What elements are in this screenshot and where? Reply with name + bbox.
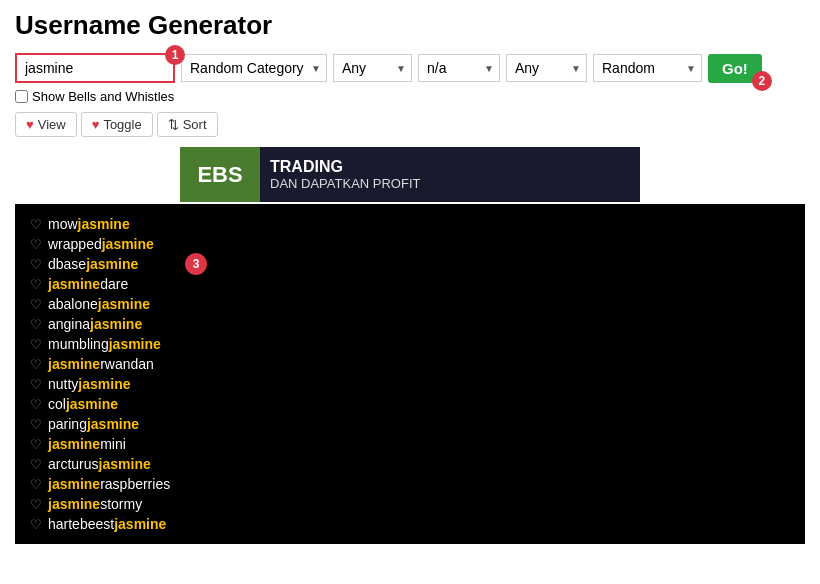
favorite-heart-icon[interactable]: ♡ xyxy=(30,277,42,292)
username-prefix: abalone xyxy=(48,296,98,312)
favorite-heart-icon[interactable]: ♡ xyxy=(30,497,42,512)
username-prefix: arcturus xyxy=(48,456,99,472)
username-prefix: hartebeest xyxy=(48,516,114,532)
username-highlight: jasmine xyxy=(78,216,130,232)
favorite-heart-icon[interactable]: ♡ xyxy=(30,217,42,232)
username-highlight: jasmine xyxy=(48,496,100,512)
favorite-heart-icon[interactable]: ♡ xyxy=(30,337,42,352)
username-label[interactable]: anginajasmine xyxy=(48,316,142,332)
username-prefix: col xyxy=(48,396,66,412)
username-label[interactable]: wrappedjasmine xyxy=(48,236,154,252)
favorite-heart-icon[interactable]: ♡ xyxy=(30,437,42,452)
heart-icon: ♥ xyxy=(26,117,34,132)
username-label[interactable]: dbasejasmine xyxy=(48,256,138,272)
result-item: ♡mowjasmine xyxy=(30,214,790,234)
view-button[interactable]: ♥ View xyxy=(15,112,77,137)
search-input[interactable] xyxy=(15,53,175,83)
sort-button[interactable]: ⇅ Sort xyxy=(157,112,218,137)
badge-2: 2 xyxy=(752,71,772,91)
username-highlight: jasmine xyxy=(98,296,150,312)
favorite-heart-icon[interactable]: ♡ xyxy=(30,417,42,432)
result-item: ♡jasminerwandan xyxy=(30,354,790,374)
username-highlight: jasmine xyxy=(48,436,100,452)
favorite-heart-icon[interactable]: ♡ xyxy=(30,397,42,412)
filter1-select-wrapper: Any Male Female ▼ xyxy=(333,54,412,82)
category-select[interactable]: Random Category Animals Food Tech Sports xyxy=(181,54,327,82)
username-highlight: jasmine xyxy=(109,336,161,352)
show-bells-checkbox[interactable] xyxy=(15,90,28,103)
filter3-select-wrapper: Any Popular Rare ▼ xyxy=(506,54,587,82)
username-label[interactable]: mumblingjasmine xyxy=(48,336,161,352)
username-prefix: mumbling xyxy=(48,336,109,352)
go-btn-wrapper: Go! 2 xyxy=(708,54,762,83)
favorite-heart-icon[interactable]: ♡ xyxy=(30,317,42,332)
filter4-select[interactable]: Random Alphabetical Length xyxy=(593,54,702,82)
username-suffix: dare xyxy=(100,276,128,292)
username-label[interactable]: jasminerwandan xyxy=(48,356,154,372)
username-suffix: mini xyxy=(100,436,126,452)
result-item: ♡anginajasmine xyxy=(30,314,790,334)
result-item: ♡jasminestormy xyxy=(30,494,790,514)
favorite-heart-icon[interactable]: ♡ xyxy=(30,257,42,272)
username-suffix: stormy xyxy=(100,496,142,512)
username-highlight: jasmine xyxy=(86,256,138,272)
username-label[interactable]: paringjasmine xyxy=(48,416,139,432)
username-highlight: jasmine xyxy=(48,356,100,372)
result-item: ♡hartebeestjasmine xyxy=(30,514,790,534)
username-prefix: angina xyxy=(48,316,90,332)
username-label[interactable]: coljasmine xyxy=(48,396,118,412)
username-label[interactable]: mowjasmine xyxy=(48,216,130,232)
filter3-select[interactable]: Any Popular Rare xyxy=(506,54,587,82)
username-highlight: jasmine xyxy=(99,456,151,472)
filter4-select-wrapper: Random Alphabetical Length ▼ xyxy=(593,54,702,82)
username-label[interactable]: jasmineraspberries xyxy=(48,476,170,492)
username-prefix: dbase xyxy=(48,256,86,272)
favorite-heart-icon[interactable]: ♡ xyxy=(30,457,42,472)
username-highlight: jasmine xyxy=(66,396,118,412)
result-item: ♡mumblingjasmine xyxy=(30,334,790,354)
username-highlight: jasmine xyxy=(87,416,139,432)
username-label[interactable]: nuttyjasmine xyxy=(48,376,131,392)
favorite-heart-icon[interactable]: ♡ xyxy=(30,477,42,492)
username-highlight: jasmine xyxy=(48,276,100,292)
username-label[interactable]: jasminedare xyxy=(48,276,128,292)
ad-line1: TRADING xyxy=(270,158,630,176)
username-highlight: jasmine xyxy=(78,376,130,392)
result-item: ♡jasminemini xyxy=(30,434,790,454)
sort-icon: ⇅ xyxy=(168,117,179,132)
ad-line2: DAN DAPATKAN PROFIT xyxy=(270,176,630,191)
username-prefix: wrapped xyxy=(48,236,102,252)
favorite-heart-icon[interactable]: ♡ xyxy=(30,517,42,532)
username-highlight: jasmine xyxy=(48,476,100,492)
username-label[interactable]: arcturusjasmine xyxy=(48,456,151,472)
result-item: ♡wrappedjasmine xyxy=(30,234,790,254)
username-highlight: jasmine xyxy=(102,236,154,252)
favorite-heart-icon[interactable]: ♡ xyxy=(30,237,42,252)
favorite-heart-icon[interactable]: ♡ xyxy=(30,297,42,312)
username-prefix: paring xyxy=(48,416,87,432)
category-select-wrapper: Random Category Animals Food Tech Sports… xyxy=(181,54,327,82)
result-item: ♡arcturusjasmine xyxy=(30,454,790,474)
username-prefix: mow xyxy=(48,216,78,232)
favorite-heart-icon[interactable]: ♡ xyxy=(30,377,42,392)
ad-logo: EBS xyxy=(180,147,260,202)
username-suffix: rwandan xyxy=(100,356,154,372)
username-label[interactable]: abalonejasmine xyxy=(48,296,150,312)
result-item: ♡jasminedare xyxy=(30,274,790,294)
ad-banner: EBS TRADING DAN DAPATKAN PROFIT xyxy=(180,147,640,202)
filter2-select-wrapper: n/a Short Medium Long ▼ xyxy=(418,54,500,82)
username-label[interactable]: jasminestormy xyxy=(48,496,142,512)
search-wrapper: 1 xyxy=(15,53,175,83)
result-item: ♡nuttyjasmine xyxy=(30,374,790,394)
toggle-button[interactable]: ♥ Toggle xyxy=(81,112,153,137)
badge-3: 3 xyxy=(185,253,207,275)
favorite-heart-icon[interactable]: ♡ xyxy=(30,357,42,372)
username-label[interactable]: hartebeestjasmine xyxy=(48,516,166,532)
result-item: ♡paringjasmine xyxy=(30,414,790,434)
ad-content: TRADING DAN DAPATKAN PROFIT xyxy=(260,147,640,202)
username-prefix: nutty xyxy=(48,376,78,392)
filter1-select[interactable]: Any Male Female xyxy=(333,54,412,82)
username-label[interactable]: jasminemini xyxy=(48,436,126,452)
filter2-select[interactable]: n/a Short Medium Long xyxy=(418,54,500,82)
action-buttons-row: ♥ View ♥ Toggle ⇅ Sort xyxy=(15,112,805,137)
